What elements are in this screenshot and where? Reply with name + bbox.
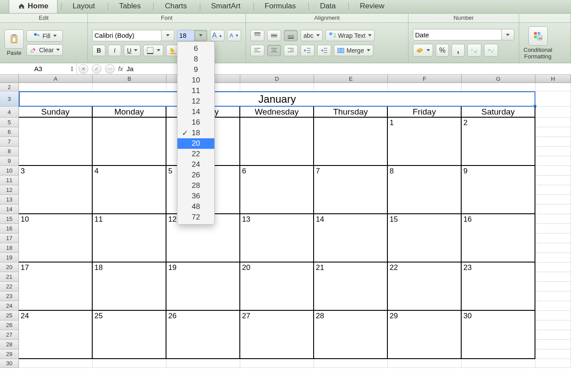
row-header[interactable]: 16: [0, 224, 19, 234]
row-header[interactable]: 14: [0, 205, 19, 214]
select-all-corner[interactable]: [0, 75, 19, 83]
currency-button[interactable]: [413, 44, 433, 57]
row-header[interactable]: 9: [0, 156, 19, 166]
row-header[interactable]: 26: [0, 320, 19, 330]
calendar-day-cell[interactable]: [314, 118, 388, 166]
calendar-day-cell[interactable]: 1: [388, 118, 462, 166]
tab-tables[interactable]: Tables: [110, 0, 150, 13]
percent-button[interactable]: %: [436, 44, 449, 57]
calendar-day-cell[interactable]: 27: [240, 311, 314, 359]
calendar-day-cell[interactable]: 16: [462, 214, 535, 263]
calendar-day-cell[interactable]: 25: [93, 311, 166, 359]
calendar-title-cell[interactable]: January: [19, 91, 535, 107]
spreadsheet[interactable]: ABCDEFGH 2345678910111213141516171819202…: [0, 75, 571, 392]
font-size-option[interactable]: 72: [177, 212, 214, 223]
font-size-option[interactable]: 48: [177, 201, 214, 212]
font-size-option[interactable]: ✓18: [177, 128, 214, 138]
font-size-option[interactable]: 16: [177, 117, 214, 128]
font-size-option[interactable]: 20: [177, 138, 214, 149]
font-size-option[interactable]: 8: [177, 54, 214, 65]
tab-data[interactable]: Data: [311, 0, 345, 13]
day-header-cell[interactable]: Sunday: [19, 107, 93, 118]
calendar-day-cell[interactable]: 7: [314, 166, 388, 214]
row-header[interactable]: 30: [0, 359, 19, 368]
font-size-option[interactable]: 6: [177, 43, 214, 54]
merge-button[interactable]: Merge: [334, 45, 373, 56]
tab-layout[interactable]: Layout: [63, 0, 104, 13]
calendar-day-cell[interactable]: 29: [388, 311, 462, 359]
day-header-cell[interactable]: Friday: [388, 107, 462, 118]
border-button[interactable]: [143, 45, 163, 56]
column-header[interactable]: D: [240, 75, 314, 83]
font-size-option[interactable]: 9: [177, 65, 214, 75]
row-header[interactable]: 28: [0, 340, 19, 349]
calendar-day-cell[interactable]: 13: [240, 214, 314, 263]
row-header[interactable]: 20: [0, 263, 19, 272]
calendar-day-cell[interactable]: 19: [166, 263, 240, 311]
tab-charts[interactable]: Charts: [155, 0, 196, 13]
day-header-cell[interactable]: Monday: [93, 107, 166, 118]
align-right-button[interactable]: [284, 45, 298, 56]
align-left-button[interactable]: [250, 45, 264, 56]
fill-button[interactable]: Fill: [26, 30, 63, 42]
day-header-cell[interactable]: Thursday: [314, 107, 388, 118]
row-header[interactable]: 15: [0, 214, 19, 224]
calendar-day-cell[interactable]: 8: [388, 166, 462, 214]
italic-button[interactable]: I: [108, 45, 121, 56]
align-center-button[interactable]: [267, 45, 281, 56]
calendar-day-cell[interactable]: 26: [166, 311, 240, 359]
row-header[interactable]: 2: [0, 83, 19, 91]
row-header[interactable]: 19: [0, 253, 19, 263]
underline-button[interactable]: U: [124, 45, 141, 56]
column-header[interactable]: F: [388, 75, 462, 83]
calendar-day-cell[interactable]: 18: [93, 263, 166, 311]
fx-icon[interactable]: fx: [118, 65, 123, 72]
formula-builder-button[interactable]: ⋯: [105, 64, 115, 74]
day-header-cell[interactable]: Saturday: [462, 107, 535, 118]
calendar-day-cell[interactable]: 28: [314, 311, 388, 359]
formula-value[interactable]: Ja: [126, 65, 134, 72]
tab-smartart[interactable]: SmartArt: [202, 0, 250, 13]
column-header[interactable]: B: [93, 75, 166, 83]
bold-button[interactable]: B: [92, 45, 105, 56]
number-format-select[interactable]: [413, 29, 502, 40]
font-size-option[interactable]: 24: [177, 159, 214, 170]
row-header[interactable]: 17: [0, 234, 19, 243]
row-header[interactable]: 29: [0, 349, 19, 359]
name-box[interactable]: A3 ▲▼: [0, 63, 77, 74]
calendar-day-cell[interactable]: 21: [314, 263, 388, 311]
calendar-day-cell[interactable]: 10: [19, 214, 93, 263]
calendar-day-cell[interactable]: 23: [462, 263, 535, 311]
font-name-dropdown[interactable]: [161, 30, 174, 41]
row-header[interactable]: 6: [0, 127, 19, 137]
column-header[interactable]: G: [462, 75, 535, 83]
day-header-cell[interactable]: Wednesday: [240, 107, 314, 118]
clear-button[interactable]: Clear: [26, 44, 63, 56]
increase-indent-button[interactable]: [317, 45, 331, 56]
font-size-dropdown-list[interactable]: 6891011121416✓182022242628364872: [177, 41, 215, 225]
font-size-input[interactable]: [177, 30, 195, 41]
row-header[interactable]: 18: [0, 243, 19, 253]
row-header[interactable]: 24: [0, 301, 19, 311]
font-size-option[interactable]: 11: [177, 86, 214, 96]
font-size-option[interactable]: 28: [177, 180, 214, 191]
font-size-option[interactable]: 36: [177, 191, 214, 201]
decrease-decimal-button[interactable]: .00.0: [484, 44, 498, 57]
align-middle-button[interactable]: [267, 30, 281, 41]
calendar-day-cell[interactable]: 11: [93, 214, 166, 263]
confirm-edit-button[interactable]: ✓: [92, 64, 101, 74]
calendar-day-cell[interactable]: 17: [19, 263, 93, 311]
calendar-day-cell[interactable]: 2: [462, 118, 535, 166]
calendar-day-cell[interactable]: 20: [240, 263, 314, 311]
calendar-day-cell[interactable]: 24: [19, 311, 93, 359]
wrap-text-button[interactable]: Wrap Text: [325, 30, 375, 41]
calendar-day-cell[interactable]: [93, 118, 166, 166]
calendar-day-cell[interactable]: [240, 118, 314, 166]
column-header[interactable]: A: [19, 75, 93, 83]
calendar-day-cell[interactable]: 4: [93, 166, 166, 214]
align-top-button[interactable]: [250, 30, 264, 41]
row-header[interactable]: 25: [0, 311, 19, 320]
calendar-day-cell[interactable]: 30: [462, 311, 535, 359]
font-name-input[interactable]: [92, 30, 162, 41]
align-bottom-button[interactable]: [284, 30, 298, 41]
